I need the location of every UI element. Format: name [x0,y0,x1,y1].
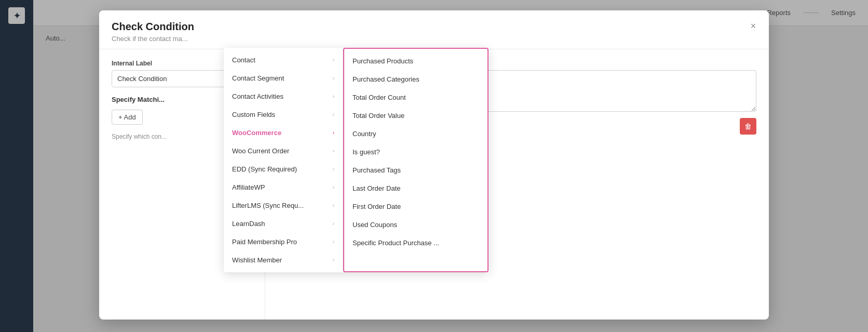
chevron-right-icon: › [333,112,334,117]
menu-item-contact[interactable]: Contact › [224,51,343,69]
menu-item-affiliatewp[interactable]: AffiliateWP › [224,178,343,196]
submenu-item-total-order-count[interactable]: Total Order Count [344,88,487,107]
trash-icon: 🗑 [744,122,752,130]
chevron-right-icon: › [333,184,334,190]
menu-item-edd[interactable]: EDD (Sync Required) › [224,160,343,178]
add-button-label: + Add [118,113,136,121]
modal-title: Check Condition [112,21,756,33]
menu-item-label: EDD (Sync Required) [232,165,297,173]
chevron-right-icon: › [333,203,334,208]
submenu-item-specific-product[interactable]: Specific Product Purchase ... [344,234,487,252]
menu-item-label: Contact [232,56,255,64]
menu-item-label: Paid Membership Pro [232,238,297,246]
modal-subtitle: Check if the contact ma... [112,35,756,43]
submenu-item-label: Total Order Count [352,94,406,101]
modal: Check Condition Check if the contact ma.… [99,10,769,320]
submenu-item-label: Total Order Value [352,112,404,119]
dropdown-right-submenu: Purchased ProductsPurchased CategoriesTo… [343,48,489,272]
menu-item-label: WooCommerce [232,129,281,137]
menu-item-contact-segment[interactable]: Contact Segment › [224,69,343,87]
dropdown-left-menu: Contact › Contact Segment › Contact Acti… [224,48,343,272]
menu-item-woo-current-order[interactable]: Woo Current Order › [224,142,343,160]
modal-overlay: Check Condition Check if the contact ma.… [0,0,868,332]
dropdown-container: Contact › Contact Segment › Contact Acti… [224,48,489,272]
modal-header: Check Condition Check if the contact ma.… [99,10,769,49]
submenu-item-total-order-value[interactable]: Total Order Value [344,107,487,125]
submenu-item-country[interactable]: Country [344,125,487,143]
submenu-item-last-order-date[interactable]: Last Order Date [344,179,487,197]
submenu-item-label: Is guest? [352,148,380,156]
chevron-right-icon: › [333,130,334,136]
chevron-right-icon: › [333,239,334,245]
chevron-right-icon: › [333,75,334,81]
add-button[interactable]: + Add [112,110,143,125]
delete-button[interactable]: 🗑 [740,118,756,135]
submenu-item-label: Used Coupons [352,221,397,229]
submenu-item-first-order-date[interactable]: First Order Date [344,197,487,216]
submenu-item-label: Purchased Products [352,57,413,65]
menu-item-woocommerce[interactable]: WooCommerce › [224,124,343,142]
menu-item-label: LearnDash [232,220,265,228]
submenu-item-is-guest[interactable]: Is guest? [344,143,487,161]
modal-close-button[interactable]: × [746,19,761,33]
menu-item-contact-activities[interactable]: Contact Activities › [224,87,343,105]
submenu-item-label: Last Order Date [352,184,401,192]
menu-item-paid-membership[interactable]: Paid Membership Pro › [224,233,343,251]
submenu-item-purchased-tags[interactable]: Purchased Tags [344,161,487,179]
submenu-item-purchased-products[interactable]: Purchased Products [344,52,487,70]
submenu-item-label: Specific Product Purchase ... [352,239,439,247]
submenu-item-label: Country [352,130,376,138]
submenu-item-used-coupons[interactable]: Used Coupons [344,216,487,234]
menu-item-label: Contact Activities [232,92,283,100]
menu-item-lifterlms[interactable]: LifterLMS (Sync Requ... › [224,196,343,215]
menu-item-custom-fields[interactable]: Custom Fields › [224,105,343,124]
menu-item-label: Contact Segment [232,74,284,82]
submenu-item-label: First Order Date [352,203,401,210]
submenu-item-label: Purchased Categories [352,75,419,83]
chevron-right-icon: › [333,257,334,263]
menu-item-label: AffiliateWP [232,183,265,191]
menu-item-label: LifterLMS (Sync Requ... [232,202,304,209]
chevron-right-icon: › [333,148,334,154]
menu-item-wishlist[interactable]: Wishlist Member › [224,251,343,269]
menu-item-learndash[interactable]: LearnDash › [224,215,343,233]
menu-item-label: Wishlist Member [232,256,282,264]
submenu-item-label: Purchased Tags [352,166,401,174]
menu-item-label: Custom Fields [232,111,275,118]
chevron-right-icon: › [333,221,334,227]
chevron-right-icon: › [333,94,334,99]
chevron-right-icon: › [333,57,334,63]
chevron-right-icon: › [333,166,334,172]
menu-item-label: Woo Current Order [232,147,289,155]
submenu-item-purchased-categories[interactable]: Purchased Categories [344,70,487,88]
